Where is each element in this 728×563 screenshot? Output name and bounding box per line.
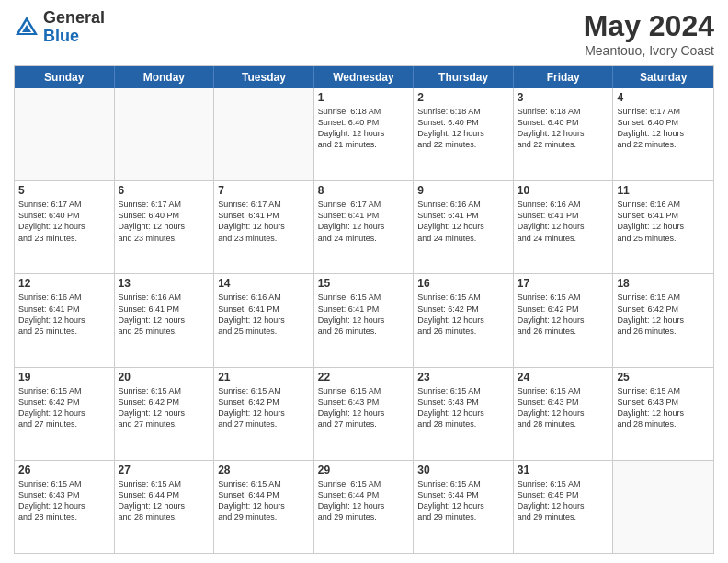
cal-cell-3-3: 14Sunrise: 6:16 AM Sunset: 6:41 PM Dayli…	[214, 274, 314, 366]
day-info: Sunrise: 6:17 AM Sunset: 6:40 PM Dayligh…	[18, 199, 110, 244]
cal-cell-4-1: 19Sunrise: 6:15 AM Sunset: 6:42 PM Dayli…	[15, 368, 115, 460]
logo-text: General Blue	[43, 9, 105, 46]
cal-cell-4-2: 20Sunrise: 6:15 AM Sunset: 6:42 PM Dayli…	[115, 368, 215, 460]
cal-cell-3-2: 13Sunrise: 6:16 AM Sunset: 6:41 PM Dayli…	[115, 274, 215, 366]
location: Meantouo, Ivory Coast	[584, 43, 714, 58]
day-info: Sunrise: 6:17 AM Sunset: 6:41 PM Dayligh…	[218, 199, 310, 244]
cal-row-3: 12Sunrise: 6:16 AM Sunset: 6:41 PM Dayli…	[15, 274, 713, 367]
day-info: Sunrise: 6:15 AM Sunset: 6:41 PM Dayligh…	[318, 292, 410, 337]
cal-cell-3-7: 18Sunrise: 6:15 AM Sunset: 6:42 PM Dayli…	[613, 274, 713, 366]
day-number: 3	[518, 91, 609, 104]
cal-cell-2-1: 5Sunrise: 6:17 AM Sunset: 6:40 PM Daylig…	[15, 181, 115, 273]
cal-cell-3-4: 15Sunrise: 6:15 AM Sunset: 6:41 PM Dayli…	[314, 274, 415, 366]
day-number: 5	[18, 184, 110, 197]
cal-cell-4-3: 21Sunrise: 6:15 AM Sunset: 6:42 PM Dayli…	[214, 368, 314, 460]
cal-cell-3-5: 16Sunrise: 6:15 AM Sunset: 6:42 PM Dayli…	[414, 274, 514, 366]
logo-general-text: General	[43, 9, 105, 28]
day-number: 1	[318, 91, 410, 104]
cal-cell-1-6: 3Sunrise: 6:18 AM Sunset: 6:40 PM Daylig…	[514, 88, 614, 180]
day-info: Sunrise: 6:15 AM Sunset: 6:44 PM Dayligh…	[119, 478, 210, 523]
header-day-thursday: Thursday	[414, 66, 514, 88]
day-number: 8	[318, 184, 410, 197]
day-info: Sunrise: 6:15 AM Sunset: 6:43 PM Dayligh…	[617, 385, 710, 431]
cal-cell-1-1	[15, 88, 115, 180]
day-number: 30	[417, 464, 509, 477]
cal-cell-1-5: 2Sunrise: 6:18 AM Sunset: 6:40 PM Daylig…	[414, 88, 514, 180]
day-info: Sunrise: 6:15 AM Sunset: 6:44 PM Dayligh…	[417, 478, 509, 523]
day-number: 13	[119, 277, 210, 290]
header-day-tuesday: Tuesday	[214, 66, 314, 88]
cal-cell-2-7: 11Sunrise: 6:16 AM Sunset: 6:41 PM Dayli…	[613, 181, 713, 273]
page: General Blue May 2024 Meantouo, Ivory Co…	[0, 0, 728, 563]
day-info: Sunrise: 6:15 AM Sunset: 6:43 PM Dayligh…	[18, 478, 110, 523]
header-day-saturday: Saturday	[613, 66, 713, 88]
day-info: Sunrise: 6:15 AM Sunset: 6:44 PM Dayligh…	[218, 478, 310, 523]
day-number: 27	[119, 464, 210, 477]
cal-cell-4-4: 22Sunrise: 6:15 AM Sunset: 6:43 PM Dayli…	[314, 368, 415, 460]
cal-cell-3-1: 12Sunrise: 6:16 AM Sunset: 6:41 PM Dayli…	[15, 274, 115, 366]
cal-row-1: 1Sunrise: 6:18 AM Sunset: 6:40 PM Daylig…	[15, 88, 713, 181]
cal-row-2: 5Sunrise: 6:17 AM Sunset: 6:40 PM Daylig…	[15, 181, 713, 274]
logo: General Blue	[14, 9, 105, 46]
cal-cell-5-1: 26Sunrise: 6:15 AM Sunset: 6:43 PM Dayli…	[15, 461, 115, 553]
day-info: Sunrise: 6:15 AM Sunset: 6:42 PM Dayligh…	[417, 292, 509, 337]
day-info: Sunrise: 6:15 AM Sunset: 6:45 PM Dayligh…	[518, 478, 609, 523]
day-info: Sunrise: 6:18 AM Sunset: 6:40 PM Dayligh…	[318, 106, 410, 151]
cal-cell-4-7: 25Sunrise: 6:15 AM Sunset: 6:43 PM Dayli…	[613, 368, 713, 460]
day-number: 7	[218, 184, 310, 197]
cal-row-4: 19Sunrise: 6:15 AM Sunset: 6:42 PM Dayli…	[15, 368, 713, 461]
day-number: 19	[18, 371, 110, 384]
header: General Blue May 2024 Meantouo, Ivory Co…	[14, 9, 714, 58]
cal-cell-1-7: 4Sunrise: 6:17 AM Sunset: 6:40 PM Daylig…	[613, 88, 713, 180]
cal-cell-5-7	[613, 461, 713, 553]
cal-cell-1-3	[214, 88, 314, 180]
day-info: Sunrise: 6:15 AM Sunset: 6:43 PM Dayligh…	[318, 385, 410, 431]
day-number: 11	[617, 184, 710, 197]
day-info: Sunrise: 6:16 AM Sunset: 6:41 PM Dayligh…	[417, 199, 509, 244]
day-info: Sunrise: 6:15 AM Sunset: 6:42 PM Dayligh…	[18, 385, 110, 431]
cal-cell-2-5: 9Sunrise: 6:16 AM Sunset: 6:41 PM Daylig…	[414, 181, 514, 273]
day-info: Sunrise: 6:15 AM Sunset: 6:42 PM Dayligh…	[617, 292, 710, 337]
day-info: Sunrise: 6:15 AM Sunset: 6:42 PM Dayligh…	[518, 292, 609, 337]
day-number: 20	[119, 371, 210, 384]
cal-row-5: 26Sunrise: 6:15 AM Sunset: 6:43 PM Dayli…	[15, 461, 713, 553]
logo-blue-text: Blue	[43, 28, 105, 46]
month-title: May 2024	[584, 9, 714, 43]
day-info: Sunrise: 6:16 AM Sunset: 6:41 PM Dayligh…	[18, 292, 110, 337]
cal-cell-5-4: 29Sunrise: 6:15 AM Sunset: 6:44 PM Dayli…	[314, 461, 415, 553]
day-info: Sunrise: 6:16 AM Sunset: 6:41 PM Dayligh…	[119, 292, 210, 337]
day-info: Sunrise: 6:18 AM Sunset: 6:40 PM Dayligh…	[417, 106, 509, 151]
day-info: Sunrise: 6:16 AM Sunset: 6:41 PM Dayligh…	[218, 292, 310, 337]
cal-cell-3-6: 17Sunrise: 6:15 AM Sunset: 6:42 PM Dayli…	[514, 274, 614, 366]
cal-cell-1-4: 1Sunrise: 6:18 AM Sunset: 6:40 PM Daylig…	[314, 88, 415, 180]
day-number: 12	[18, 277, 110, 290]
header-day-monday: Monday	[115, 66, 215, 88]
cal-cell-2-3: 7Sunrise: 6:17 AM Sunset: 6:41 PM Daylig…	[214, 181, 314, 273]
cal-cell-5-6: 31Sunrise: 6:15 AM Sunset: 6:45 PM Dayli…	[514, 461, 614, 553]
calendar-header: SundayMondayTuesdayWednesdayThursdayFrid…	[15, 66, 713, 88]
header-day-sunday: Sunday	[15, 66, 115, 88]
day-number: 29	[318, 464, 410, 477]
day-number: 16	[417, 277, 509, 290]
day-number: 26	[18, 464, 110, 477]
day-number: 15	[318, 277, 410, 290]
day-info: Sunrise: 6:15 AM Sunset: 6:42 PM Dayligh…	[119, 385, 210, 431]
header-day-wednesday: Wednesday	[314, 66, 415, 88]
day-number: 10	[518, 184, 609, 197]
day-info: Sunrise: 6:17 AM Sunset: 6:40 PM Dayligh…	[119, 199, 210, 244]
day-number: 4	[617, 91, 710, 104]
day-number: 2	[417, 91, 509, 104]
day-info: Sunrise: 6:15 AM Sunset: 6:43 PM Dayligh…	[417, 385, 509, 431]
day-info: Sunrise: 6:16 AM Sunset: 6:41 PM Dayligh…	[518, 199, 609, 244]
cal-cell-5-2: 27Sunrise: 6:15 AM Sunset: 6:44 PM Dayli…	[115, 461, 215, 553]
day-number: 28	[218, 464, 310, 477]
cal-cell-5-3: 28Sunrise: 6:15 AM Sunset: 6:44 PM Dayli…	[214, 461, 314, 553]
cal-cell-5-5: 30Sunrise: 6:15 AM Sunset: 6:44 PM Dayli…	[414, 461, 514, 553]
title-section: May 2024 Meantouo, Ivory Coast	[584, 9, 714, 58]
day-info: Sunrise: 6:15 AM Sunset: 6:42 PM Dayligh…	[218, 385, 310, 431]
day-number: 18	[617, 277, 710, 290]
day-info: Sunrise: 6:16 AM Sunset: 6:41 PM Dayligh…	[617, 199, 710, 244]
day-number: 17	[518, 277, 609, 290]
logo-icon	[14, 15, 40, 40]
day-info: Sunrise: 6:18 AM Sunset: 6:40 PM Dayligh…	[518, 106, 609, 151]
